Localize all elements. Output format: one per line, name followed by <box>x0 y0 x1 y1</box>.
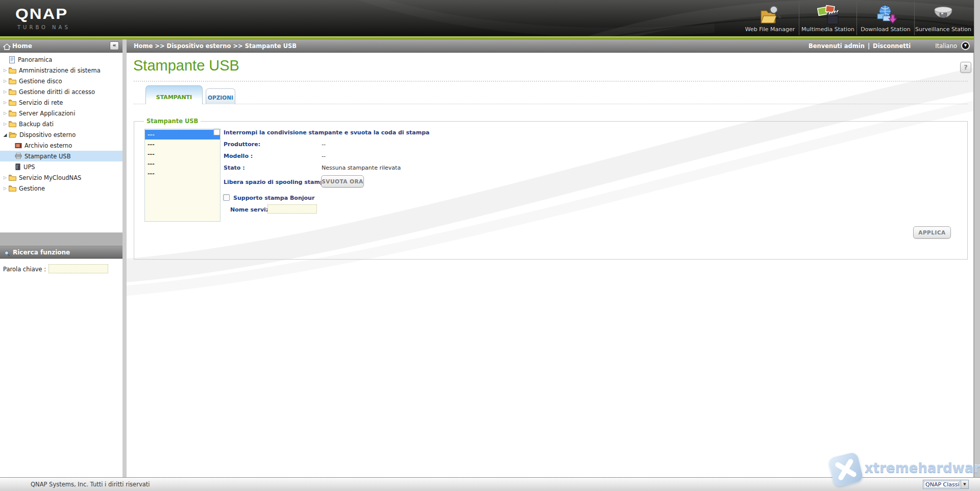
logout-link[interactable]: Disconnetti <box>873 42 911 50</box>
qnap-logo[interactable]: QNAP TURBO NAS <box>14 3 106 34</box>
produttore-value: -- <box>322 141 326 148</box>
printer-list-item[interactable]: --- <box>145 130 220 139</box>
sidebar-title: Home <box>12 42 32 50</box>
home-icon <box>3 42 11 52</box>
tree-label: Panoramica <box>18 56 52 63</box>
keyword-label: Parola chiave : <box>3 266 46 273</box>
tree-label: Gestione diritti di accesso <box>19 88 95 96</box>
expand-arrow-icon[interactable]: ▷ <box>2 89 9 94</box>
folder-icon <box>9 110 16 116</box>
function-search-header: Ricerca funzione <box>0 246 122 259</box>
tree-label: Dispositivo esterno <box>19 131 76 138</box>
expand-arrow-icon[interactable]: ▷ <box>2 79 9 83</box>
tree-label: Server Applicazioni <box>19 110 75 117</box>
breadcrumb-bar: Home >> Dispositivo esterno >> Stampante… <box>127 39 974 53</box>
apply-button[interactable]: APPLICA <box>913 226 951 239</box>
content-swoosh-decoration <box>127 53 974 477</box>
folder-icon <box>9 78 16 84</box>
stato-label: Stato : <box>224 165 245 171</box>
station-surveillance[interactable]: Surveillance Station <box>914 1 972 35</box>
usb-printer-icon <box>15 153 22 159</box>
sidebar-item-server-applicazioni[interactable]: ▷ Server Applicazioni <box>0 108 122 119</box>
sidebar-item-gestione-diritti[interactable]: ▷ Gestione diritti di accesso <box>0 86 122 97</box>
folder-icon <box>9 88 16 95</box>
status-bar: QNAP Systems, Inc. Tutti i diritti riser… <box>0 477 980 491</box>
tree-label: Gestione disco <box>19 78 62 85</box>
sidebar-item-gestione-disco[interactable]: ▷ Gestione disco <box>0 76 122 86</box>
stop-sharing-checkbox[interactable] <box>213 129 220 135</box>
download-station-icon <box>874 4 897 25</box>
service-name-input[interactable] <box>267 204 317 214</box>
station-label: Surveillance Station <box>915 26 971 33</box>
copyright-text: QNAP Systems, Inc. Tutti i diritti riser… <box>31 481 150 488</box>
expand-arrow-icon[interactable]: ▷ <box>2 100 9 105</box>
printer-list-item[interactable]: --- <box>145 149 220 159</box>
station-shortcuts: Web File Manager Multimedia Station <box>741 1 972 35</box>
sidebar-header: Home « <box>0 39 122 53</box>
svuota-ora-button[interactable]: SVUOTA ORA <box>321 175 364 188</box>
help-button[interactable]: ? <box>960 62 971 73</box>
printer-listbox: --- --- --- --- --- <box>144 129 220 222</box>
sidebar-item-servizio-di-rete[interactable]: ▷ Servizio di rete <box>0 97 122 108</box>
sidebar-item-panoramica[interactable]: Panoramica <box>0 54 122 65</box>
multimedia-station-icon <box>817 4 839 25</box>
folder-icon <box>9 121 16 127</box>
sidebar-spacer <box>0 232 122 246</box>
expand-arrow-icon[interactable]: ▷ <box>2 175 9 180</box>
produttore-label: Produttore: <box>224 141 260 148</box>
ups-icon <box>15 163 21 170</box>
collapse-sidebar-button[interactable]: « <box>110 41 119 50</box>
search-icon <box>4 249 11 259</box>
breadcrumb: Home >> Dispositivo esterno >> Stampante… <box>134 42 297 50</box>
tab-baseline <box>134 104 968 104</box>
tab-opzioni[interactable]: OPZIONI <box>206 88 235 104</box>
stop-sharing-label: Interrompi la condivisione stampante e s… <box>224 129 429 136</box>
folder-icon <box>9 67 16 74</box>
expand-arrow-icon[interactable]: ▷ <box>2 68 9 73</box>
printer-list-item[interactable]: --- <box>145 159 220 169</box>
keyword-input[interactable] <box>48 264 108 273</box>
printer-list-item[interactable]: --- <box>145 139 220 149</box>
expand-arrow-icon[interactable]: ▷ <box>2 186 9 191</box>
tree-label: Amministrazione di sistema <box>19 67 101 74</box>
folder-open-icon <box>9 131 17 138</box>
tab-stampanti[interactable]: STAMPANTI <box>145 85 203 104</box>
sidebar-item-archivio-esterno[interactable]: Archivio esterno <box>0 140 122 151</box>
sidebar-item-stampante-usb[interactable]: Stampante USB <box>0 151 122 161</box>
page-title: Stampante USB <box>133 57 239 74</box>
qnap-logo-text: QNAP <box>15 5 68 23</box>
sidebar-tree: Panoramica ▷ Amministrazione di sistema … <box>0 53 122 232</box>
sidebar-item-gestione[interactable]: ▷ Gestione <box>0 183 122 194</box>
sidebar-divider <box>122 39 127 477</box>
tree-label: Gestione <box>19 185 45 192</box>
printer-list-item[interactable]: --- <box>145 169 220 178</box>
sidebar-item-amministrazione-di-sistema[interactable]: ▷ Amministrazione di sistema <box>0 65 122 76</box>
sidebar-item-ups[interactable]: UPS <box>0 161 122 172</box>
expand-arrow-icon[interactable]: ▷ <box>2 111 9 115</box>
language-selector[interactable]: Italiano ▼ <box>935 41 970 50</box>
external-storage-icon <box>15 143 22 149</box>
theme-select[interactable]: QNAP Classic ▼ <box>923 480 969 489</box>
session-controls: Benvenuti admin | Disconnetti Italiano ▼ <box>808 39 970 52</box>
sidebar-item-servizio-mycloudnas[interactable]: ▷ Servizio MyCloudNAS <box>0 172 122 183</box>
turbo-nas-subtitle: TURBO NAS <box>17 25 70 30</box>
theme-select-value: QNAP Classic <box>924 481 960 488</box>
station-label: Download Station <box>861 26 910 33</box>
folder-icon <box>9 174 16 181</box>
chevron-down-icon: ▼ <box>961 480 968 488</box>
title-separator <box>134 81 968 82</box>
welcome-text: Benvenuti admin <box>808 42 865 50</box>
sidebar-item-backup-dati[interactable]: ▷ Backup dati <box>0 119 122 129</box>
collapse-arrow-icon[interactable]: ◢ <box>2 132 9 137</box>
function-search-panel: Parola chiave : <box>0 259 122 477</box>
folder-icon <box>9 185 16 192</box>
station-multimedia[interactable]: Multimedia Station <box>799 1 856 35</box>
folder-icon <box>9 99 16 106</box>
bonjour-checkbox[interactable] <box>223 194 230 201</box>
station-web-file-manager[interactable]: Web File Manager <box>741 1 799 35</box>
expand-arrow-icon[interactable]: ▷ <box>2 122 9 126</box>
main-content: ? Stampante USB STAMPANTI OPZIONI Stampa… <box>127 53 974 477</box>
station-download[interactable]: Download Station <box>856 1 914 35</box>
sidebar-item-dispositivo-esterno[interactable]: ◢ Dispositivo esterno <box>0 129 122 140</box>
right-gutter <box>974 0 980 477</box>
